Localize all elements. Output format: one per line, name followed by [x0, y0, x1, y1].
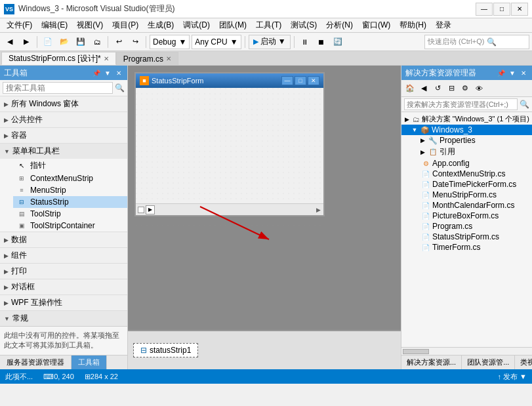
- save-button[interactable]: 💾: [73, 35, 88, 49]
- sol-collapse-btn[interactable]: ⊟: [445, 83, 457, 94]
- open-button[interactable]: 📂: [57, 35, 72, 49]
- sol-home-btn[interactable]: 🏠: [404, 83, 416, 94]
- toolbox-group-general-header[interactable]: ▼ 常规: [0, 311, 127, 326]
- tab-designer[interactable]: StatusStripForm.cs [设计]* ✕: [1, 52, 116, 65]
- server-explorer-tab[interactable]: 服务器资源管理器: [0, 355, 72, 369]
- toolbox-item-pointer[interactable]: ↖ 指针: [13, 159, 127, 173]
- toolbox-group-print-header[interactable]: ▶ 打印: [0, 264, 127, 279]
- form-minimize-btn[interactable]: —: [281, 76, 293, 85]
- toolbox-expand-button[interactable]: ▼: [103, 68, 112, 77]
- tree-item-menustrip-cs[interactable]: 📄 MenuStripForm.cs: [401, 190, 532, 200]
- toolbox-item-statusstrip[interactable]: ⊟ StatusStrip: [13, 196, 127, 208]
- quick-launch[interactable]: 快速启动 (Ctrl+Q) 🔍: [424, 35, 529, 49]
- minimize-button[interactable]: —: [476, 3, 493, 16]
- menu-analyze[interactable]: 分析(N): [322, 18, 357, 32]
- solution-explorer-expand-btn[interactable]: ▼: [508, 68, 517, 77]
- menu-edit[interactable]: 编辑(E): [37, 18, 72, 32]
- status-strip-move-btn[interactable]: ▶: [146, 205, 155, 214]
- solution-scrollbar[interactable]: [401, 347, 532, 355]
- tab-program[interactable]: Program.cs ✕: [116, 52, 178, 65]
- sol-show-all-btn[interactable]: 👁: [473, 83, 485, 94]
- tree-item-datetimepicker-cs[interactable]: 📄 DateTimePickerForm.cs: [401, 179, 532, 190]
- toolbox-group-components-header[interactable]: ▶ 组件: [0, 248, 127, 263]
- solution-explorer-tab[interactable]: 解决方案资源...: [401, 355, 462, 369]
- toolbox-group-dialogs-header[interactable]: ▶ 对话框: [0, 279, 127, 294]
- menu-login[interactable]: 登录: [432, 18, 455, 32]
- solution-explorer-close-btn[interactable]: ✕: [519, 68, 528, 77]
- toolbox-pin-button[interactable]: 📌: [92, 68, 101, 77]
- cpu-config-dropdown[interactable]: Any CPU ▼: [192, 35, 241, 49]
- scrollbar-thumb[interactable]: [403, 349, 429, 354]
- start-button[interactable]: ▶ 启动 ▼: [249, 35, 291, 49]
- toolbox-item-contextmenu[interactable]: ⊞ ContextMenuStrip: [13, 173, 127, 184]
- tab-program-label: Program.cs: [123, 54, 163, 64]
- sol-back-btn[interactable]: ◀: [418, 83, 430, 94]
- tree-item-references[interactable]: ▶ 📋 引用: [401, 146, 532, 158]
- forward-button[interactable]: ▶: [19, 35, 33, 49]
- form-designer[interactable]: ■ StatusStripForm — □ ✕: [128, 66, 401, 330]
- tree-item-monthcalendar-cs[interactable]: 📄 MonthCalendarForm.cs: [401, 200, 532, 211]
- toolbox-group-data-header[interactable]: ▶ 数据: [0, 232, 127, 247]
- undo-button[interactable]: ↩: [112, 35, 126, 49]
- menu-help[interactable]: 帮助(H): [396, 18, 430, 32]
- status-strip-bar: ▶ ▶: [136, 203, 323, 215]
- close-button[interactable]: ✕: [511, 3, 528, 16]
- toolbox-group-all-header[interactable]: ▶ 所有 Windows 窗体: [0, 96, 127, 112]
- tree-item-timer-cs[interactable]: 📄 TimerForm.cs: [401, 242, 532, 253]
- sol-refresh-btn[interactable]: ↺: [432, 83, 443, 94]
- tree-item-references-label: 引用: [440, 146, 455, 157]
- menu-file[interactable]: 文件(F): [3, 18, 36, 32]
- pause-button[interactable]: ⏸: [298, 35, 312, 49]
- tree-item-program-cs[interactable]: 📄 Program.cs: [401, 221, 532, 232]
- solution-explorer-pin-btn[interactable]: 📌: [497, 68, 506, 77]
- publish-button[interactable]: ↑ 发布 ▼: [498, 372, 527, 382]
- tree-item-properties[interactable]: ▶ 🔧 Properties: [401, 135, 532, 146]
- menu-window[interactable]: 窗口(W): [358, 18, 394, 32]
- tree-item-appconfig[interactable]: ⚙ App.config: [401, 158, 532, 169]
- menu-project[interactable]: 项目(P): [108, 18, 142, 32]
- tree-solution[interactable]: ▶ 🗂 解决方案 "Windows_3" (1 个项目): [401, 113, 532, 125]
- expand-icon-print: ▶: [4, 268, 9, 275]
- tree-item-contextmenu-cs[interactable]: 📄 ContextMenuStrip.cs: [401, 169, 532, 179]
- menu-debug[interactable]: 调试(D): [179, 18, 214, 32]
- menu-tools[interactable]: 工具(T): [252, 18, 285, 32]
- back-button[interactable]: ◀: [3, 35, 17, 49]
- menu-team[interactable]: 团队(M): [215, 18, 251, 32]
- toolbox-search-input[interactable]: [3, 82, 113, 94]
- toolbox-group-container-header[interactable]: ▶ 容器: [0, 128, 127, 143]
- tab-program-close[interactable]: ✕: [166, 55, 171, 62]
- menu-view[interactable]: 视图(V): [73, 18, 107, 32]
- toolbox-bottom-tabs: 服务器资源管理器 工具箱: [0, 355, 127, 369]
- form-maximize-btn[interactable]: □: [295, 76, 306, 85]
- sol-properties-btn[interactable]: ⚙: [459, 83, 471, 94]
- status-strip-drag-handle[interactable]: [138, 207, 144, 213]
- toolbox-group-menu-header[interactable]: ▼ 菜单和工具栏: [0, 144, 127, 159]
- tab-designer-close[interactable]: ✕: [104, 55, 109, 62]
- stop-button[interactable]: ⏹: [314, 35, 329, 49]
- toolbox-item-menustrip[interactable]: ≡ MenuStrip: [13, 184, 127, 196]
- class-view-tab[interactable]: 类视图: [515, 355, 532, 369]
- toolbox-group-wpf-header[interactable]: ▶ WPF 互操作性: [0, 295, 127, 310]
- team-explorer-tab[interactable]: 团队资源管...: [462, 355, 515, 369]
- tree-item-picturebox-cs[interactable]: 📄 PictureBoxForm.cs: [401, 211, 532, 221]
- menu-build[interactable]: 生成(B): [144, 18, 178, 32]
- form-close-btn[interactable]: ✕: [308, 76, 319, 85]
- solution-search-input[interactable]: [404, 98, 518, 110]
- statusstrip-component[interactable]: ⊟ statusStrip1: [133, 343, 198, 357]
- toolbox-item-toolstripcontainer[interactable]: ▣ ToolStripContainer: [13, 220, 127, 232]
- toolbox-group-public-header[interactable]: ▶ 公共控件: [0, 112, 127, 127]
- redo-button[interactable]: ↪: [128, 35, 142, 49]
- save-all-button[interactable]: 🗂: [90, 35, 104, 49]
- menu-test[interactable]: 测试(S): [287, 18, 321, 32]
- tree-item-statusstrip-cs[interactable]: 📄 StatusStripForm.cs: [401, 232, 532, 242]
- toolbox-tab[interactable]: 工具箱: [72, 355, 107, 369]
- form-body[interactable]: [136, 88, 323, 203]
- maximize-button[interactable]: □: [493, 3, 510, 16]
- tree-project[interactable]: ▼ 📦 Windows_3: [401, 125, 532, 135]
- toolbox-close-button[interactable]: ✕: [114, 68, 123, 77]
- debug-config-dropdown[interactable]: Debug ▼: [150, 35, 190, 49]
- restart-button[interactable]: 🔄: [331, 35, 345, 49]
- new-file-button[interactable]: 📄: [41, 35, 55, 49]
- toolbox-item-toolstrip[interactable]: ▤ ToolStrip: [13, 208, 127, 220]
- tree-item-picturebox-cs-label: PictureBoxForm.cs: [432, 211, 499, 220]
